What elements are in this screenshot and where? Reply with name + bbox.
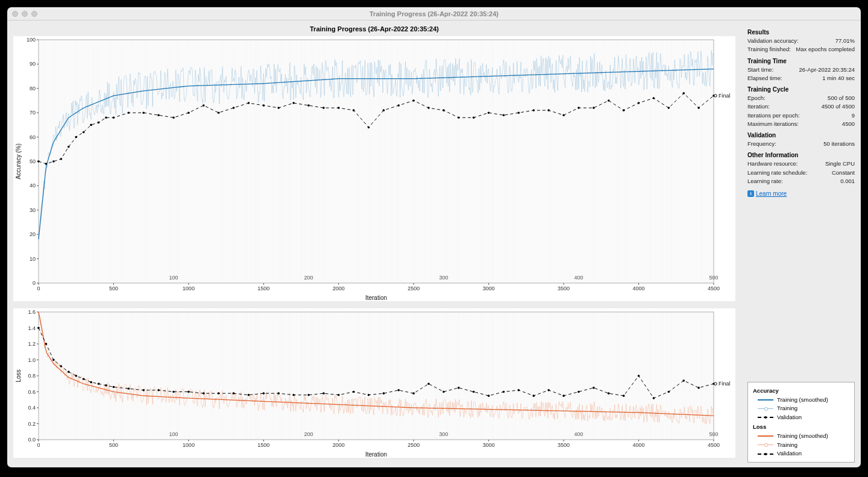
svg-text:100: 100 xyxy=(169,275,178,281)
val-accuracy-label: Validation accuracy: xyxy=(747,37,798,45)
svg-point-1183 xyxy=(503,391,505,393)
svg-point-1166 xyxy=(248,394,250,396)
legend: Accuracy Training (smoothed) Training Va… xyxy=(747,382,855,463)
epoch-label: Epoch: xyxy=(747,94,766,102)
svg-point-588 xyxy=(547,109,550,111)
svg-point-1181 xyxy=(473,391,475,393)
svg-point-590 xyxy=(577,107,580,109)
svg-point-555 xyxy=(83,131,85,134)
svg-point-1186 xyxy=(547,389,550,391)
legend-validation: Validation xyxy=(777,413,802,422)
svg-point-1156 xyxy=(105,384,107,387)
svg-point-565 xyxy=(203,104,205,107)
svg-text:0.2: 0.2 xyxy=(28,421,36,427)
svg-point-583 xyxy=(473,116,475,119)
hardware-value: Single CPU xyxy=(825,160,855,168)
svg-point-562 xyxy=(157,114,160,116)
svg-point-1185 xyxy=(533,394,535,397)
titlebar: Training Progress (26-Apr-2022 20:35:24) xyxy=(7,7,861,20)
iteration-label: Iteration: xyxy=(747,102,770,111)
svg-point-586 xyxy=(518,111,520,114)
training-cycle-heading: Training Cycle xyxy=(747,86,855,93)
svg-point-566 xyxy=(218,111,220,114)
svg-text:1000: 1000 xyxy=(183,442,195,448)
svg-point-1176 xyxy=(398,389,400,391)
svg-text:80: 80 xyxy=(30,86,36,92)
legend-accuracy-heading: Accuracy xyxy=(753,387,849,394)
line-icon xyxy=(758,417,773,418)
svg-point-1174 xyxy=(368,394,370,396)
svg-point-595 xyxy=(653,97,655,99)
svg-text:1.2: 1.2 xyxy=(28,341,36,347)
epoch-value: 500 of 500 xyxy=(828,94,855,102)
training-time-heading: Training Time xyxy=(747,58,855,64)
svg-text:70: 70 xyxy=(30,110,36,116)
frequency-label: Frequency: xyxy=(747,140,776,148)
svg-point-559 xyxy=(113,116,115,119)
svg-point-569 xyxy=(263,104,265,107)
lr-value: 0.001 xyxy=(840,177,855,186)
svg-point-553 xyxy=(68,146,70,148)
svg-text:0.6: 0.6 xyxy=(28,389,36,395)
svg-point-585 xyxy=(503,114,505,116)
other-info-heading: Other Information xyxy=(747,152,855,158)
svg-text:200: 200 xyxy=(304,275,313,281)
svg-point-1180 xyxy=(458,387,460,389)
svg-point-577 xyxy=(383,109,385,111)
svg-text:90: 90 xyxy=(30,61,36,67)
svg-point-1151 xyxy=(68,371,70,373)
hardware-label: Hardware resource: xyxy=(747,160,797,168)
svg-point-594 xyxy=(638,102,640,104)
svg-point-573 xyxy=(322,107,325,109)
svg-point-1178 xyxy=(427,382,430,385)
svg-point-1165 xyxy=(233,392,235,394)
svg-point-1150 xyxy=(60,365,63,367)
svg-text:200: 200 xyxy=(304,431,313,437)
svg-text:3500: 3500 xyxy=(558,442,570,448)
svg-text:1.6: 1.6 xyxy=(28,309,36,315)
svg-point-581 xyxy=(442,109,445,111)
lr-label: Learning rate: xyxy=(747,177,783,186)
info-icon: i xyxy=(747,190,754,197)
svg-point-1189 xyxy=(593,387,595,389)
svg-text:400: 400 xyxy=(574,431,583,437)
info-panel: Results Validation accuracy:77.01% Train… xyxy=(741,20,861,467)
max-iter-value: 4500 xyxy=(842,120,855,128)
svg-text:300: 300 xyxy=(439,275,448,281)
svg-text:Final: Final xyxy=(719,93,731,99)
svg-point-1195 xyxy=(682,379,685,382)
frequency-value: 50 iterations xyxy=(823,140,855,148)
svg-point-549 xyxy=(37,160,40,163)
svg-point-567 xyxy=(233,107,235,109)
svg-text:4500: 4500 xyxy=(708,442,720,448)
legend-loss-heading: Loss xyxy=(753,423,849,430)
svg-point-1167 xyxy=(263,392,265,394)
svg-text:4000: 4000 xyxy=(633,285,645,292)
svg-point-1170 xyxy=(307,394,310,396)
svg-point-580 xyxy=(427,107,430,109)
legend-training-smoothed: Training (smoothed) xyxy=(777,432,828,441)
svg-text:2000: 2000 xyxy=(333,285,345,292)
svg-text:0: 0 xyxy=(37,285,40,292)
svg-text:Loss: Loss xyxy=(15,369,22,382)
training-finished-label: Training finished: xyxy=(747,45,791,54)
svg-point-1155 xyxy=(98,382,100,385)
svg-text:Final: Final xyxy=(719,381,731,387)
line-icon xyxy=(758,454,773,455)
learn-more-link[interactable]: iLearn more xyxy=(747,190,855,197)
chart-title: Training Progress (26-Apr-2022 20:35:24) xyxy=(13,25,735,33)
svg-point-587 xyxy=(533,109,535,111)
line-icon xyxy=(758,408,773,409)
iter-per-epoch-label: Iterations per epoch: xyxy=(747,111,800,120)
svg-point-1192 xyxy=(638,375,640,377)
svg-text:4500: 4500 xyxy=(708,285,720,292)
svg-text:Accuracy (%): Accuracy (%) xyxy=(15,143,22,179)
svg-point-1154 xyxy=(90,381,92,384)
svg-text:500: 500 xyxy=(709,275,718,281)
svg-point-1173 xyxy=(353,391,355,393)
lr-schedule-label: Learning rate schedule: xyxy=(747,169,807,177)
svg-text:1.0: 1.0 xyxy=(28,357,36,363)
svg-text:2000: 2000 xyxy=(333,442,345,448)
svg-point-554 xyxy=(75,136,77,139)
svg-text:1500: 1500 xyxy=(257,285,269,292)
